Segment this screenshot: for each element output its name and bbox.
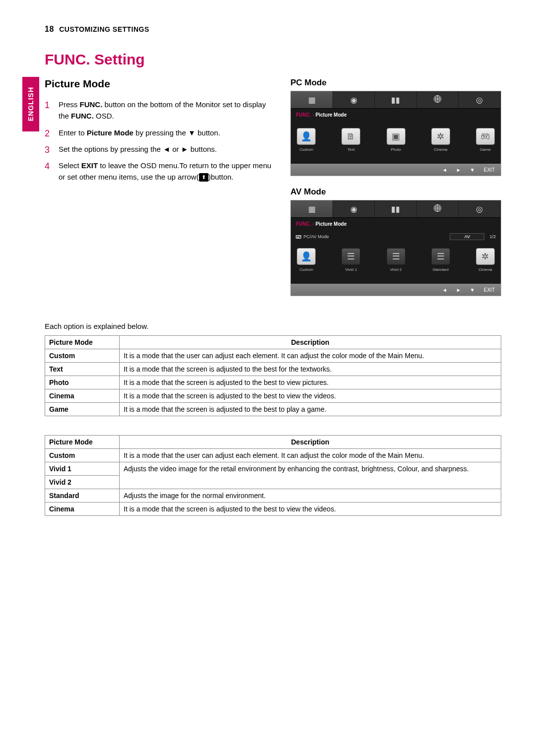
osd-av-mode: ▦ ◉ ▮▮ 🌐︎ ◎ FUNC. › Picture Mode PAPC/AV… xyxy=(290,200,501,296)
film-icon: ✲ xyxy=(431,128,450,145)
osd-tab-globe-icon: 🌐︎ xyxy=(417,91,459,108)
osd-footer-av: ◄ ► ▼ EXIT xyxy=(291,284,501,296)
photo-icon: ▣ xyxy=(387,128,405,145)
osd-tab-target-icon: ◎ xyxy=(459,200,501,217)
step-3: Set the options by pressing the ◄ or ► b… xyxy=(45,143,276,155)
av-mode-options: 👤Custom ☰Vivid 1 ☰Vivid 2 ☰Standard ✲Cin… xyxy=(291,241,501,275)
nav-left-icon: ◄ xyxy=(442,167,447,173)
steps-list: Press FUNC. button on the bottom of the … xyxy=(45,99,276,183)
page-number: 18 xyxy=(45,25,54,33)
nav-right-icon: ► xyxy=(456,167,461,173)
exit-label: EXIT xyxy=(484,167,495,173)
bars-icon: ☰ xyxy=(387,248,405,265)
osd-breadcrumb-av: FUNC. › Picture Mode xyxy=(291,218,501,230)
osd-tab-circle-icon: ◉ xyxy=(333,91,375,108)
person-icon: 👤 xyxy=(297,248,316,265)
bars-icon: ☰ xyxy=(431,248,450,265)
step-2: Enter to Picture Mode by pressing the ▼ … xyxy=(45,127,276,138)
pc-mode-label: PC Mode xyxy=(290,78,501,88)
intro-line: Each option is explained below. xyxy=(45,322,501,330)
up-arrow-icon: ⬆ xyxy=(199,173,208,182)
pc-av-mode-row: PAPC/AV Mode AV 1/2 xyxy=(291,230,501,241)
osd-footer-pc: ◄ ► ▼ EXIT xyxy=(291,164,501,176)
main-title: FUNC. Setting xyxy=(45,51,501,68)
osd-tab-globe-icon: 🌐︎ xyxy=(417,200,459,217)
osd-pc-mode: ▦ ◉ ▮▮ 🌐︎ ◎ FUNC. › Picture Mode 👤Custom… xyxy=(290,91,501,176)
language-tab: ENGLISH xyxy=(22,77,39,131)
picture-mode-table-pc: Picture Mode Description CustomIt is a m… xyxy=(45,335,501,416)
page-header: 18 CUSTOMIZING SETTINGS xyxy=(45,25,501,34)
document-icon: 🗎 xyxy=(341,128,360,145)
osd-breadcrumb-pc: FUNC. › Picture Mode xyxy=(291,109,501,121)
film-icon: ✲ xyxy=(476,248,495,265)
nav-down-icon: ▼ xyxy=(470,167,475,173)
nav-down-icon: ▼ xyxy=(470,287,475,293)
game-icon: 🎮︎ xyxy=(476,128,495,145)
osd-tab-picture-icon: ▦ xyxy=(291,91,333,108)
step-1: Press FUNC. button on the bottom of the … xyxy=(45,99,276,122)
step-4: Select EXIT to leave the OSD menu.To ret… xyxy=(45,160,276,183)
osd-tab-picture-icon: ▦ xyxy=(291,200,333,217)
subtitle: Picture Mode xyxy=(45,78,276,90)
person-icon: 👤 xyxy=(297,128,316,145)
osd-tab-dual-icon: ▮▮ xyxy=(375,200,417,217)
bars-icon: ☰ xyxy=(341,248,360,265)
osd-tab-dual-icon: ▮▮ xyxy=(375,91,417,108)
nav-right-icon: ► xyxy=(456,287,461,293)
nav-left-icon: ◄ xyxy=(442,287,447,293)
osd-tab-target-icon: ◎ xyxy=(459,91,501,108)
section-title: CUSTOMIZING SETTINGS xyxy=(59,25,149,33)
picture-mode-table-av: Picture Mode Description CustomIt is a m… xyxy=(45,435,501,516)
osd-tab-circle-icon: ◉ xyxy=(333,200,375,217)
av-mode-label: AV Mode xyxy=(290,187,501,197)
pc-mode-options: 👤Custom 🗎Text ▣Photo ✲Cinema 🎮︎Game xyxy=(291,121,501,155)
exit-label: EXIT xyxy=(484,287,495,293)
